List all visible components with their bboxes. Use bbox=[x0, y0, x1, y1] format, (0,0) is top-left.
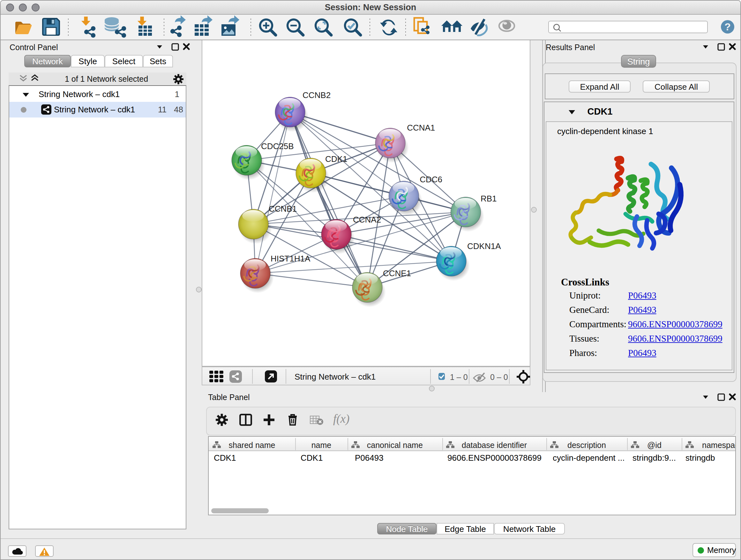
svg-text:CCNA1: CCNA1 bbox=[407, 123, 435, 132]
svg-text:CDC6: CDC6 bbox=[420, 175, 442, 184]
svg-text:CDC25B: CDC25B bbox=[261, 141, 294, 151]
svg-text:HIST1H1A: HIST1H1A bbox=[271, 254, 311, 263]
svg-text:CCNE1: CCNE1 bbox=[383, 268, 411, 278]
svg-text:RB1: RB1 bbox=[481, 194, 497, 203]
svg-text:CCNA2: CCNA2 bbox=[353, 215, 381, 225]
svg-text:CCNB1: CCNB1 bbox=[269, 204, 297, 213]
svg-text:CDK1: CDK1 bbox=[325, 154, 347, 164]
svg-text:CCNB2: CCNB2 bbox=[302, 90, 331, 100]
svg-text:CDKN1A: CDKN1A bbox=[467, 241, 501, 251]
